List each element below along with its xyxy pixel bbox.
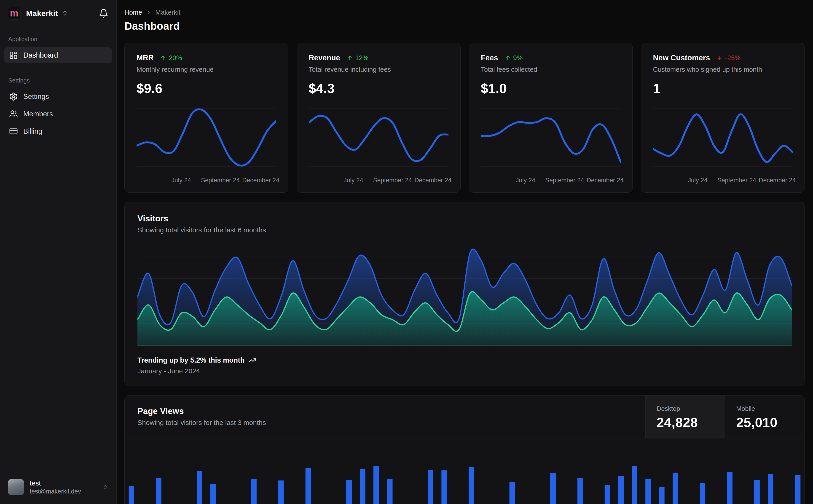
x-tick-label: December 24 (414, 177, 451, 184)
chevrons-up-down-icon (62, 10, 68, 16)
toggle-label: Desktop (657, 405, 718, 412)
visitors-card: Visitors Showing total visitors for the … (124, 202, 805, 386)
stat-delta-badge: 20% (160, 54, 182, 62)
stat-card-mrr: MRR 20% Monthly recurring revenue $9.6 J… (124, 43, 288, 193)
page-title: Dashboard (124, 20, 805, 32)
x-tick-label: September 24 (717, 177, 756, 184)
workspace-name: Makerkit (26, 9, 58, 18)
notifications-button[interactable] (99, 8, 108, 18)
stat-card-new-customers: New Customers -25% Customers who signed … (641, 43, 805, 193)
fees-sparkline-chart (481, 105, 621, 173)
x-tick-label: July 24 (516, 177, 535, 184)
stat-subtitle: Total fees collected (481, 66, 621, 73)
stat-subtitle: Monthly recurring revenue (136, 66, 276, 73)
stat-title: Revenue (309, 53, 340, 62)
revenue-sparkline-chart (309, 105, 448, 173)
sidebar-nav: Application Dashboard Settings Settings … (4, 20, 112, 139)
x-tick-label: July 24 (344, 177, 363, 184)
visitors-trend-text: Trending up by 5.2% this month (137, 356, 245, 364)
stat-delta-value: -25% (725, 54, 741, 62)
stat-value: $1.0 (481, 81, 621, 96)
stat-delta-value: 12% (355, 54, 368, 62)
toggle-value: 25,010 (736, 415, 798, 430)
app-logo: m (8, 7, 21, 20)
x-tick-label: September 24 (373, 177, 412, 184)
sidebar-item-billing[interactable]: Billing (4, 123, 112, 139)
gear-icon (9, 92, 18, 101)
stat-delta-value: 9% (513, 54, 523, 62)
stat-delta-value: 20% (169, 54, 182, 62)
page-views-card: Page Views Showing total visitors for th… (124, 395, 805, 504)
stat-title: MRR (136, 53, 154, 62)
stat-card-revenue: Revenue 12% Total revenue including fees… (297, 43, 461, 193)
x-axis-ticks: July 24 September 24 December 24 (653, 175, 793, 186)
sidebar-item-settings[interactable]: Settings (4, 89, 112, 105)
arrow-up-icon (504, 55, 511, 61)
chevrons-up-down-icon (102, 484, 108, 490)
page-views-header: Page Views Showing total visitors for th… (125, 395, 805, 438)
visitors-date-range: January - June 2024 (137, 367, 792, 375)
page-views-bar-chart (125, 438, 805, 504)
main-content: Home Makerkit Dashboard MRR 20% Monthly … (117, 0, 813, 504)
stat-subtitle: Customers who signed up this month (653, 66, 793, 73)
toggle-mobile[interactable]: Mobile 25,010 (725, 395, 805, 438)
stat-cards-row: MRR 20% Monthly recurring revenue $9.6 J… (124, 43, 805, 193)
stat-delta-badge: 9% (504, 54, 523, 62)
chevron-right-icon (146, 10, 151, 16)
arrow-down-icon (717, 55, 723, 61)
toggle-desktop[interactable]: Desktop 24,828 (646, 395, 725, 438)
sidebar-item-label: Settings (23, 93, 49, 101)
stat-delta-badge: 12% (347, 54, 368, 62)
sidebar-item-label: Billing (23, 127, 42, 135)
bell-icon (99, 8, 108, 18)
user-name: test (30, 479, 81, 487)
sidebar-header: m Makerkit (4, 0, 112, 20)
breadcrumb: Home Makerkit (124, 9, 805, 16)
toggle-value: 24,828 (657, 415, 718, 430)
sidebar-item-label: Dashboard (23, 51, 58, 59)
customers-sparkline-chart (653, 105, 793, 173)
x-tick-label: September 24 (545, 177, 584, 184)
x-tick-label: July 24 (688, 177, 708, 184)
mrr-sparkline-chart (136, 105, 276, 173)
nav-section-label-application: Application (8, 36, 108, 43)
stat-subtitle: Total revenue including fees (309, 66, 448, 73)
stat-value: $9.6 (136, 81, 276, 96)
x-tick-label: July 24 (171, 177, 191, 184)
breadcrumb-current: Makerkit (155, 9, 180, 16)
sidebar: m Makerkit Application Dashboard Setting… (0, 0, 117, 504)
breadcrumb-home[interactable]: Home (124, 9, 142, 16)
stat-delta-badge: -25% (717, 54, 741, 62)
stat-value: $4.3 (309, 81, 448, 96)
nav-section-label-settings: Settings (8, 77, 108, 84)
user-menu[interactable]: test test@makerkit.dev (4, 472, 112, 504)
x-axis-ticks: July 24 September 24 December 24 (481, 175, 621, 186)
sidebar-item-dashboard[interactable]: Dashboard (4, 47, 112, 63)
x-tick-label: December 24 (759, 177, 796, 184)
stat-title: Fees (481, 53, 498, 62)
toggle-label: Mobile (736, 405, 798, 412)
stat-card-fees: Fees 9% Total fees collected $1.0 July 2… (469, 43, 633, 193)
stat-value: 1 (653, 81, 793, 96)
app-logo-letter: m (10, 8, 18, 18)
x-tick-label: December 24 (243, 177, 280, 184)
workspace-selector[interactable]: m Makerkit (8, 7, 68, 20)
visitors-subtitle: Showing total visitors for the last 6 mo… (137, 226, 792, 234)
arrow-up-icon (160, 55, 166, 61)
x-tick-label: December 24 (586, 177, 624, 184)
x-axis-ticks: July 24 September 24 December 24 (136, 175, 276, 186)
stat-title: New Customers (653, 53, 710, 62)
user-email: test@makerkit.dev (30, 488, 81, 495)
user-avatar (8, 479, 24, 495)
dashboard-icon (9, 51, 18, 60)
sidebar-item-members[interactable]: Members (4, 106, 112, 122)
page-views-subtitle: Showing total visitors for the last 3 mo… (137, 419, 633, 427)
x-axis-ticks: July 24 September 24 December 24 (309, 175, 448, 186)
page-views-title: Page Views (137, 406, 633, 416)
users-icon (9, 110, 18, 118)
visitors-area-chart (137, 244, 792, 346)
x-tick-label: September 24 (201, 177, 240, 184)
visitors-title: Visitors (137, 214, 792, 223)
sidebar-item-label: Members (23, 110, 53, 118)
trending-up-icon (249, 356, 256, 364)
